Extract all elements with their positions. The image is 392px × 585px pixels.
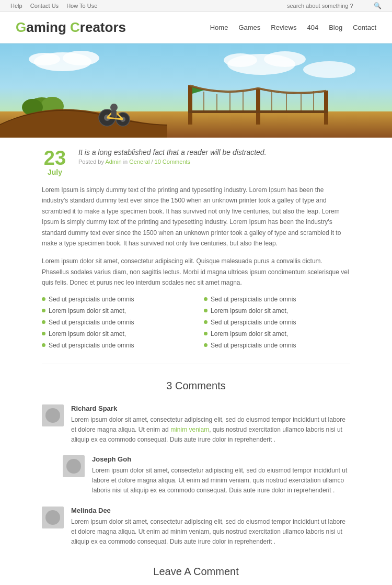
avatar bbox=[42, 507, 64, 528]
list-item: Lorem ipsum dolor sit amet, bbox=[204, 330, 350, 338]
bullet-dot bbox=[204, 309, 207, 312]
svg-point-6 bbox=[264, 51, 306, 67]
comment-author: Joseph Goh bbox=[92, 455, 350, 463]
bullet-columns: Sed ut perspiciatis unde omnis Lorem ips… bbox=[42, 296, 350, 353]
site-header: Gaming Creators Home Games Reviews 404 B… bbox=[0, 12, 392, 43]
nav-404[interactable]: 404 bbox=[307, 24, 318, 31]
list-item: Sed ut perspiciatis unde omnis bbox=[42, 342, 188, 349]
hero-svg bbox=[0, 43, 392, 138]
avatar-image bbox=[45, 408, 60, 423]
nav-home[interactable]: Home bbox=[210, 24, 228, 31]
comments-link[interactable]: 10 Comments bbox=[155, 159, 190, 165]
avatar-image bbox=[66, 459, 81, 474]
list-item: Lorem ipsum dolor sit amet, bbox=[204, 307, 350, 314]
body-para-1: Lorem Ipsum is simply dummy text of the … bbox=[42, 185, 350, 249]
main-content: 23 July It is a long established fact th… bbox=[0, 138, 392, 585]
bullet-dot bbox=[42, 309, 45, 312]
comment-item: Joseph Goh Lorem ipsum dolor sit amet, c… bbox=[63, 455, 350, 496]
list-item: Sed ut perspiciatis unde omnis bbox=[42, 296, 188, 303]
category-link[interactable]: General bbox=[129, 159, 149, 165]
list-item: Sed ut perspiciatis unde omnis bbox=[204, 296, 350, 303]
avatar bbox=[63, 455, 85, 477]
how-to-use-link[interactable]: How To Use bbox=[66, 3, 97, 9]
hero-image bbox=[0, 43, 392, 138]
post-date: 23 July bbox=[42, 148, 68, 176]
avatar bbox=[42, 404, 64, 426]
comment-text: Lorem ipsum dolor sit amet, consectetur … bbox=[71, 517, 350, 547]
bullet-dot bbox=[204, 332, 207, 335]
list-item: Lorem ipsum dolor sit amet, bbox=[42, 307, 188, 314]
svg-point-19 bbox=[110, 104, 118, 111]
bullet-dot bbox=[42, 320, 45, 324]
search-input[interactable] bbox=[287, 3, 371, 9]
leave-comment-section: Leave A Comment Send bbox=[42, 566, 350, 585]
comments-title: 3 Comments bbox=[42, 380, 350, 392]
svg-rect-21 bbox=[188, 85, 192, 125]
nav-reviews[interactable]: Reviews bbox=[271, 24, 296, 31]
bullet-dot bbox=[204, 343, 207, 347]
date-month: July bbox=[42, 168, 68, 176]
bullet-dot bbox=[42, 297, 45, 301]
svg-point-4 bbox=[29, 53, 60, 65]
body-para-2: Lorem ipsum dolor sit amet, consectetur … bbox=[42, 256, 350, 288]
author-link[interactable]: Admin bbox=[105, 159, 121, 165]
svg-rect-20 bbox=[111, 110, 117, 117]
site-logo: Gaming Creators bbox=[16, 19, 126, 36]
svg-rect-33 bbox=[188, 110, 328, 113]
section-divider bbox=[42, 364, 350, 364]
post-meta: It is a long established fact that a rea… bbox=[78, 148, 350, 165]
top-bar-links: Help Contact Us How To Use bbox=[10, 3, 103, 9]
post-author-line: Posted by Admin in General / 10 Comments bbox=[78, 159, 350, 165]
svg-point-7 bbox=[224, 53, 257, 67]
comment-text: Lorem ipsum dolor sit amet, consectetur … bbox=[92, 466, 350, 496]
date-day: 23 bbox=[42, 148, 68, 168]
comment-body: Richard Spark Lorem ipsum dolor sit amet… bbox=[71, 404, 350, 445]
bullet-col-right: Sed ut perspiciatis unde omnis Lorem ips… bbox=[204, 296, 350, 353]
post-body: Lorem Ipsum is simply dummy text of the … bbox=[42, 185, 350, 288]
comments-section: 3 Comments Richard Spark Lorem ipsum dol… bbox=[42, 380, 350, 547]
list-item: Sed ut perspiciatis unde omnis bbox=[204, 319, 350, 326]
leave-comment-title: Leave A Comment bbox=[42, 566, 350, 578]
bullet-dot bbox=[42, 332, 45, 335]
post-title: It is a long established fact that a rea… bbox=[78, 148, 350, 156]
list-item: Sed ut perspiciatis unde omnis bbox=[42, 319, 188, 326]
svg-point-8 bbox=[303, 61, 355, 78]
list-item: Sed ut perspiciatis unde omnis bbox=[204, 342, 350, 349]
main-nav: Home Games Reviews 404 Blog Contact bbox=[210, 24, 376, 31]
comment-text: Lorem ipsum dolor sit amet, consectetur … bbox=[71, 415, 350, 445]
comment-author: Melinda Dee bbox=[71, 507, 350, 514]
list-item: Lorem ipsum dolor sit amet, bbox=[42, 330, 188, 338]
bullet-dot bbox=[42, 343, 45, 347]
search-icon[interactable]: 🔍 bbox=[374, 2, 382, 9]
bullet-dot bbox=[204, 320, 207, 324]
top-bar: Help Contact Us How To Use 🔍 bbox=[0, 0, 392, 12]
svg-rect-22 bbox=[256, 88, 260, 125]
avatar-image bbox=[45, 510, 60, 525]
help-link[interactable]: Help bbox=[10, 3, 22, 9]
svg-point-3 bbox=[63, 51, 99, 65]
comment-body: Melinda Dee Lorem ipsum dolor sit amet, … bbox=[71, 507, 350, 547]
bullet-col-left: Sed ut perspiciatis unde omnis Lorem ips… bbox=[42, 296, 188, 353]
nav-blog[interactable]: Blog bbox=[329, 24, 342, 31]
bullet-dot bbox=[204, 297, 207, 301]
comment-body: Joseph Goh Lorem ipsum dolor sit amet, c… bbox=[92, 455, 350, 496]
comment-item: Melinda Dee Lorem ipsum dolor sit amet, … bbox=[42, 507, 350, 547]
top-bar-search: 🔍 bbox=[287, 2, 382, 9]
comment-link[interactable]: minim veniam bbox=[170, 426, 209, 433]
comment-author: Richard Spark bbox=[71, 404, 350, 412]
post-header: 23 July It is a long established fact th… bbox=[42, 148, 350, 176]
nav-games[interactable]: Games bbox=[238, 24, 260, 31]
comment-item: Richard Spark Lorem ipsum dolor sit amet… bbox=[42, 404, 350, 445]
svg-rect-23 bbox=[324, 91, 328, 125]
nav-contact[interactable]: Contact bbox=[353, 24, 376, 31]
contact-us-link[interactable]: Contact Us bbox=[30, 3, 59, 9]
